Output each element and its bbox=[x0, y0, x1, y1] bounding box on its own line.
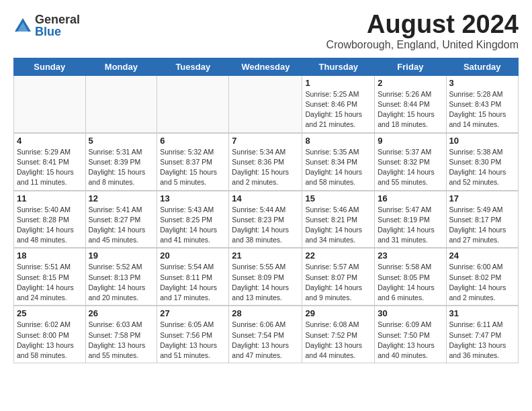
calendar-week-row: 1Sunrise: 5:25 AM Sunset: 8:46 PM Daylig… bbox=[14, 75, 519, 132]
day-number: 11 bbox=[17, 193, 83, 203]
calendar-day-cell: 13Sunrise: 5:43 AM Sunset: 8:25 PM Dayli… bbox=[157, 191, 229, 248]
day-number: 29 bbox=[305, 308, 371, 318]
day-number: 16 bbox=[378, 193, 443, 203]
day-info: Sunrise: 5:35 AM Sunset: 8:34 PM Dayligh… bbox=[305, 147, 371, 188]
calendar-week-row: 4Sunrise: 5:29 AM Sunset: 8:41 PM Daylig… bbox=[14, 133, 519, 191]
day-number: 5 bbox=[89, 136, 154, 146]
day-info: Sunrise: 5:41 AM Sunset: 8:27 PM Dayligh… bbox=[89, 205, 154, 246]
day-number: 1 bbox=[305, 78, 371, 88]
calendar-day-cell: 23Sunrise: 5:58 AM Sunset: 8:05 PM Dayli… bbox=[375, 248, 446, 306]
day-info: Sunrise: 5:31 AM Sunset: 8:39 PM Dayligh… bbox=[89, 147, 154, 188]
calendar-day-cell: 22Sunrise: 5:57 AM Sunset: 8:07 PM Dayli… bbox=[302, 248, 375, 306]
day-number: 12 bbox=[89, 193, 154, 203]
day-info: Sunrise: 6:11 AM Sunset: 7:47 PM Dayligh… bbox=[449, 320, 515, 361]
day-number: 9 bbox=[378, 136, 443, 146]
calendar-day-cell bbox=[85, 75, 157, 132]
calendar-week-row: 18Sunrise: 5:51 AM Sunset: 8:15 PM Dayli… bbox=[14, 248, 519, 306]
logo: General Blue bbox=[13, 13, 80, 38]
header: General Blue August 2024 Crowborough, En… bbox=[13, 11, 519, 51]
calendar-week-row: 25Sunrise: 6:02 AM Sunset: 8:00 PM Dayli… bbox=[14, 306, 519, 363]
calendar-day-cell: 28Sunrise: 6:06 AM Sunset: 7:54 PM Dayli… bbox=[229, 306, 302, 363]
day-number: 24 bbox=[449, 250, 515, 261]
day-of-week-header: Sunday bbox=[14, 58, 86, 75]
calendar-day-cell: 8Sunrise: 5:35 AM Sunset: 8:34 PM Daylig… bbox=[302, 133, 375, 191]
calendar-day-cell: 1Sunrise: 5:25 AM Sunset: 8:46 PM Daylig… bbox=[302, 75, 375, 132]
day-number: 4 bbox=[17, 136, 83, 146]
day-number: 20 bbox=[160, 250, 226, 261]
calendar-body: 1Sunrise: 5:25 AM Sunset: 8:46 PM Daylig… bbox=[14, 75, 519, 363]
day-info: Sunrise: 5:44 AM Sunset: 8:23 PM Dayligh… bbox=[232, 205, 299, 246]
calendar-day-cell: 6Sunrise: 5:32 AM Sunset: 8:37 PM Daylig… bbox=[157, 133, 229, 191]
logo-blue-text: Blue bbox=[35, 26, 80, 38]
day-info: Sunrise: 5:51 AM Sunset: 8:15 PM Dayligh… bbox=[17, 262, 83, 303]
day-number: 31 bbox=[449, 308, 515, 318]
calendar-day-cell: 3Sunrise: 5:28 AM Sunset: 8:43 PM Daylig… bbox=[446, 75, 518, 132]
day-info: Sunrise: 5:58 AM Sunset: 8:05 PM Dayligh… bbox=[378, 262, 443, 303]
calendar-day-cell: 15Sunrise: 5:46 AM Sunset: 8:21 PM Dayli… bbox=[302, 191, 375, 248]
day-of-week-header: Thursday bbox=[302, 58, 375, 75]
day-number: 8 bbox=[305, 136, 371, 146]
day-info: Sunrise: 6:08 AM Sunset: 7:52 PM Dayligh… bbox=[305, 320, 371, 361]
calendar-day-cell: 18Sunrise: 5:51 AM Sunset: 8:15 PM Dayli… bbox=[14, 248, 86, 306]
day-number: 23 bbox=[378, 250, 443, 261]
day-of-week-header: Monday bbox=[85, 58, 157, 75]
logo-text: General Blue bbox=[35, 13, 80, 38]
day-number: 6 bbox=[160, 136, 226, 146]
title-block: August 2024 Crowborough, England, United… bbox=[326, 11, 519, 51]
day-info: Sunrise: 5:43 AM Sunset: 8:25 PM Dayligh… bbox=[160, 205, 226, 246]
calendar-day-cell bbox=[14, 75, 86, 132]
header-row: SundayMondayTuesdayWednesdayThursdayFrid… bbox=[14, 58, 519, 75]
calendar-day-cell: 21Sunrise: 5:55 AM Sunset: 8:09 PM Dayli… bbox=[229, 248, 302, 306]
calendar-day-cell: 24Sunrise: 6:00 AM Sunset: 8:02 PM Dayli… bbox=[446, 248, 518, 306]
day-number: 10 bbox=[449, 136, 515, 146]
day-of-week-header: Saturday bbox=[446, 58, 518, 75]
day-info: Sunrise: 6:06 AM Sunset: 7:54 PM Dayligh… bbox=[232, 320, 299, 361]
calendar-day-cell: 30Sunrise: 6:09 AM Sunset: 7:50 PM Dayli… bbox=[375, 306, 446, 363]
day-info: Sunrise: 5:25 AM Sunset: 8:46 PM Dayligh… bbox=[305, 89, 371, 130]
calendar-day-cell: 17Sunrise: 5:49 AM Sunset: 8:17 PM Dayli… bbox=[446, 191, 518, 248]
calendar-day-cell: 26Sunrise: 6:03 AM Sunset: 7:58 PM Dayli… bbox=[85, 306, 157, 363]
day-info: Sunrise: 6:03 AM Sunset: 7:58 PM Dayligh… bbox=[89, 320, 154, 361]
calendar-day-cell: 10Sunrise: 5:38 AM Sunset: 8:30 PM Dayli… bbox=[446, 133, 518, 191]
day-of-week-header: Friday bbox=[375, 58, 446, 75]
calendar-table: SundayMondayTuesdayWednesdayThursdayFrid… bbox=[13, 58, 519, 363]
day-number: 2 bbox=[378, 78, 443, 88]
day-number: 7 bbox=[232, 136, 299, 146]
day-number: 25 bbox=[17, 308, 83, 318]
day-info: Sunrise: 5:52 AM Sunset: 8:13 PM Dayligh… bbox=[89, 262, 154, 303]
logo-general-text: General bbox=[35, 13, 80, 26]
day-info: Sunrise: 5:47 AM Sunset: 8:19 PM Dayligh… bbox=[378, 205, 443, 246]
day-info: Sunrise: 5:57 AM Sunset: 8:07 PM Dayligh… bbox=[305, 262, 371, 303]
logo-icon bbox=[13, 17, 32, 36]
day-info: Sunrise: 5:34 AM Sunset: 8:36 PM Dayligh… bbox=[232, 147, 299, 188]
calendar-day-cell: 20Sunrise: 5:54 AM Sunset: 8:11 PM Dayli… bbox=[157, 248, 229, 306]
calendar-day-cell: 5Sunrise: 5:31 AM Sunset: 8:39 PM Daylig… bbox=[85, 133, 157, 191]
location: Crowborough, England, United Kingdom bbox=[326, 39, 519, 51]
month-title: August 2024 bbox=[326, 11, 519, 39]
day-info: Sunrise: 6:00 AM Sunset: 8:02 PM Dayligh… bbox=[449, 262, 515, 303]
day-of-week-header: Wednesday bbox=[229, 58, 302, 75]
calendar-day-cell: 27Sunrise: 6:05 AM Sunset: 7:56 PM Dayli… bbox=[157, 306, 229, 363]
calendar-day-cell: 11Sunrise: 5:40 AM Sunset: 8:28 PM Dayli… bbox=[14, 191, 86, 248]
page: General Blue August 2024 Crowborough, En… bbox=[0, 0, 532, 370]
calendar-day-cell: 29Sunrise: 6:08 AM Sunset: 7:52 PM Dayli… bbox=[302, 306, 375, 363]
day-number: 14 bbox=[232, 193, 299, 203]
day-number: 27 bbox=[160, 308, 226, 318]
day-info: Sunrise: 6:02 AM Sunset: 8:00 PM Dayligh… bbox=[17, 320, 83, 361]
day-info: Sunrise: 5:32 AM Sunset: 8:37 PM Dayligh… bbox=[160, 147, 226, 188]
calendar-day-cell: 4Sunrise: 5:29 AM Sunset: 8:41 PM Daylig… bbox=[14, 133, 86, 191]
calendar-day-cell: 19Sunrise: 5:52 AM Sunset: 8:13 PM Dayli… bbox=[85, 248, 157, 306]
day-info: Sunrise: 5:38 AM Sunset: 8:30 PM Dayligh… bbox=[449, 147, 515, 188]
calendar-day-cell: 9Sunrise: 5:37 AM Sunset: 8:32 PM Daylig… bbox=[375, 133, 446, 191]
day-of-week-header: Tuesday bbox=[157, 58, 229, 75]
calendar-day-cell: 25Sunrise: 6:02 AM Sunset: 8:00 PM Dayli… bbox=[14, 306, 86, 363]
day-info: Sunrise: 5:29 AM Sunset: 8:41 PM Dayligh… bbox=[17, 147, 83, 188]
day-number: 3 bbox=[449, 78, 515, 88]
day-number: 28 bbox=[232, 308, 299, 318]
calendar-day-cell: 31Sunrise: 6:11 AM Sunset: 7:47 PM Dayli… bbox=[446, 306, 518, 363]
day-info: Sunrise: 6:05 AM Sunset: 7:56 PM Dayligh… bbox=[160, 320, 226, 361]
day-info: Sunrise: 5:37 AM Sunset: 8:32 PM Dayligh… bbox=[378, 147, 443, 188]
day-info: Sunrise: 5:55 AM Sunset: 8:09 PM Dayligh… bbox=[232, 262, 299, 303]
calendar-day-cell: 2Sunrise: 5:26 AM Sunset: 8:44 PM Daylig… bbox=[375, 75, 446, 132]
calendar-day-cell bbox=[157, 75, 229, 132]
